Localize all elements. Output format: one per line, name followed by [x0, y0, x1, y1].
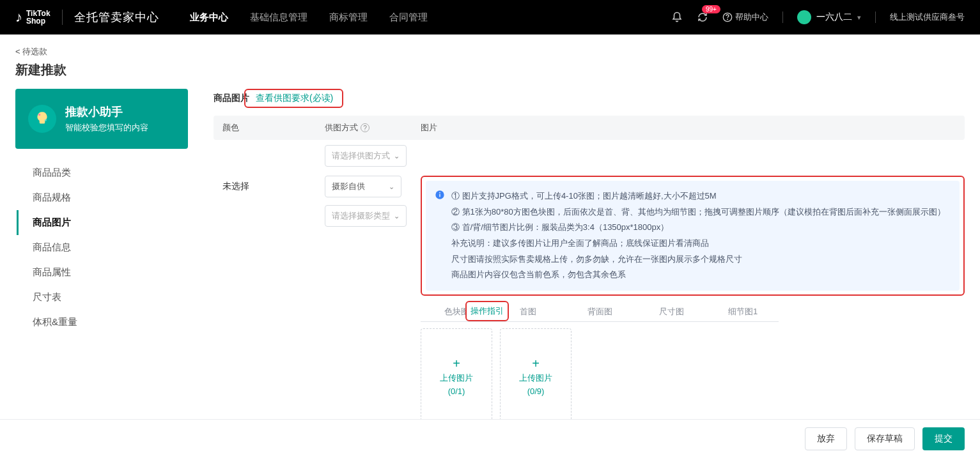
footer-bar: 放弃 保存草稿 提交	[0, 419, 980, 458]
svg-rect-5	[439, 194, 440, 197]
select-value: 摄影自供	[332, 181, 365, 192]
tiktok-shop-logo[interactable]: ♪ TikTok Shop	[15, 9, 51, 26]
select-shoot-self[interactable]: 摄影自供 ⌄	[325, 176, 401, 197]
chevron-down-icon: ⌄	[394, 212, 400, 220]
tab-detail-image-1[interactable]: 细节图1	[707, 302, 779, 322]
help-link[interactable]: 帮助中心	[722, 11, 768, 23]
chevron-down-icon: ⌄	[389, 183, 394, 191]
select-supply-mode-header[interactable]: 请选择供图方式 ⌄	[325, 145, 407, 167]
top-header: ♪ TikTok Shop 全托管卖家中心 业务中心 基础信息管理 商标管理 合…	[0, 0, 980, 34]
info-line: 尺寸图请按照实际售卖规格上传，勿多勿缺，允许在一张图内展示多个规格尺寸	[451, 252, 945, 268]
svg-point-1	[727, 19, 728, 20]
breadcrumb-back[interactable]: < 待选款	[15, 46, 965, 57]
operation-guide-button[interactable]: 操作指引	[465, 301, 509, 321]
info-box: ① 图片支持JPG格式，可上传4-10张图；图片越清晰越好,大小不超过5M ② …	[426, 181, 960, 291]
row-color-label: 未选择	[222, 176, 325, 192]
assistant-title: 推款小助手	[65, 104, 148, 119]
topnav-contract[interactable]: 合同管理	[389, 8, 428, 27]
tab-back-image[interactable]: 背面图	[564, 302, 635, 322]
submit-button[interactable]: 提交	[922, 427, 965, 450]
main-content: 商品图片 查看供图要求(必读) 颜色 供图方式 ? 图片 请选择供图方式	[214, 89, 965, 424]
upload-label: 上传图片	[440, 372, 473, 384]
sidebar-item-size[interactable]: 尺寸表	[17, 285, 188, 310]
column-header-row: 颜色 供图方式 ? 图片	[214, 116, 965, 140]
assistant-card[interactable]: 推款小助手 智能校验您填写的内容	[15, 89, 188, 149]
save-draft-button[interactable]: 保存草稿	[855, 427, 915, 450]
col-color: 颜色	[222, 122, 325, 134]
info-lines: ① 图片支持JPG格式，可上传4-10张图；图片越清晰越好,大小不超过5M ② …	[451, 188, 945, 283]
side-nav: 商品品类 商品规格 商品图片 商品信息 商品属性 尺寸表 体积&重量	[15, 160, 188, 335]
sidebar: 推款小助手 智能校验您填写的内容 商品品类 商品规格 商品图片 商品信息 商品属…	[15, 89, 188, 335]
info-line: 补充说明：建议多传图片让用户全面了解商品；底线保证图片看清商品	[451, 236, 945, 252]
info-line: ① 图片支持JPG格式，可上传4-10张图；图片越清晰越好,大小不超过5M	[451, 188, 945, 204]
highlight-box-info: ① 图片支持JPG格式，可上传4-10张图；图片越清晰越好,大小不超过5M ② …	[421, 176, 965, 296]
help-icon	[722, 12, 733, 22]
sidebar-item-images[interactable]: 商品图片	[17, 210, 188, 235]
select-placeholder: 请选择供图方式	[332, 150, 390, 162]
image-tabs: 色块图 首图 背面图 尺寸图 细节图1 操作指引	[421, 302, 965, 322]
upload-row: + 上传图片 (0/1) + 上传图片 (0/9)	[421, 328, 965, 424]
info-line: ② 第1张为80*80方图色块图，后面依次是首、背、其他均为细节图；拖拽可调整图…	[451, 204, 945, 220]
logo-text-bottom: Shop	[26, 17, 51, 25]
info-line: ③ 首/背/细节图片比例：服装品类为3:4（1350px*1800px）	[451, 220, 945, 236]
svg-point-6	[439, 192, 440, 194]
avatar	[797, 10, 811, 24]
brand-title: 全托管卖家中心	[74, 10, 159, 25]
image-row: 未选择 摄影自供 ⌄ 请选择摄影类型 ⌄	[214, 167, 965, 424]
upload-box-main[interactable]: + 上传图片 (0/9)	[500, 328, 572, 424]
divider	[782, 11, 783, 23]
highlight-box-link: 查看供图要求(必读)	[244, 89, 343, 108]
info-icon	[435, 190, 445, 200]
view-requirements-link[interactable]: 查看供图要求(必读)	[256, 93, 333, 103]
chevron-down-icon: ⌄	[394, 152, 400, 160]
supplier-label: 线上测试供应商叁号	[890, 11, 965, 23]
topnav-business[interactable]: 业务中心	[190, 8, 228, 27]
upload-box-color-block[interactable]: + 上传图片 (0/1)	[421, 328, 492, 424]
sidebar-item-category[interactable]: 商品品类	[17, 160, 188, 185]
select-shoot-type[interactable]: 请选择摄影类型 ⌄	[325, 205, 407, 227]
lightbulb-icon	[28, 105, 56, 133]
discard-button[interactable]: 放弃	[805, 427, 847, 450]
user-name: 一六八二	[816, 11, 852, 23]
chevron-down-icon: ▾	[857, 13, 861, 22]
divider	[875, 11, 876, 23]
music-note-icon: ♪	[15, 9, 22, 26]
refresh-icon[interactable]: 99+	[697, 11, 708, 23]
svg-point-2	[38, 114, 40, 116]
bell-icon[interactable]	[671, 11, 683, 23]
select-placeholder: 请选择摄影类型	[332, 210, 390, 222]
upload-count: (0/9)	[527, 386, 545, 396]
divider	[62, 10, 63, 25]
tab-size-image[interactable]: 尺寸图	[635, 302, 707, 322]
topnav-basic-info[interactable]: 基础信息管理	[250, 8, 307, 27]
section-head: 商品图片 查看供图要求(必读)	[214, 89, 965, 108]
notification-badge: 99+	[702, 5, 720, 13]
topnav-trademark[interactable]: 商标管理	[329, 8, 368, 27]
help-text: 帮助中心	[735, 11, 768, 23]
plus-icon: +	[532, 357, 540, 370]
upload-label: 上传图片	[519, 372, 552, 384]
page-title: 新建推款	[15, 61, 965, 79]
sidebar-item-info[interactable]: 商品信息	[17, 235, 188, 260]
sidebar-item-attr[interactable]: 商品属性	[17, 260, 188, 285]
sidebar-item-volume[interactable]: 体积&重量	[17, 310, 188, 335]
plus-icon: +	[453, 357, 460, 370]
top-nav: 业务中心 基础信息管理 商标管理 合同管理	[190, 8, 428, 27]
assistant-subtitle: 智能校验您填写的内容	[65, 122, 148, 134]
info-line: 商品图片内容仅包含当前色系，勿包含其余色系	[451, 267, 945, 283]
col-supply-mode: 供图方式 ?	[325, 122, 421, 134]
svg-point-3	[45, 119, 47, 121]
col-image: 图片	[421, 122, 437, 134]
sidebar-item-spec[interactable]: 商品规格	[17, 185, 188, 210]
upload-count: (0/1)	[448, 386, 465, 396]
col-supply-text: 供图方式	[325, 122, 358, 134]
user-menu[interactable]: 一六八二 ▾	[797, 10, 861, 24]
help-icon[interactable]: ?	[361, 123, 369, 132]
